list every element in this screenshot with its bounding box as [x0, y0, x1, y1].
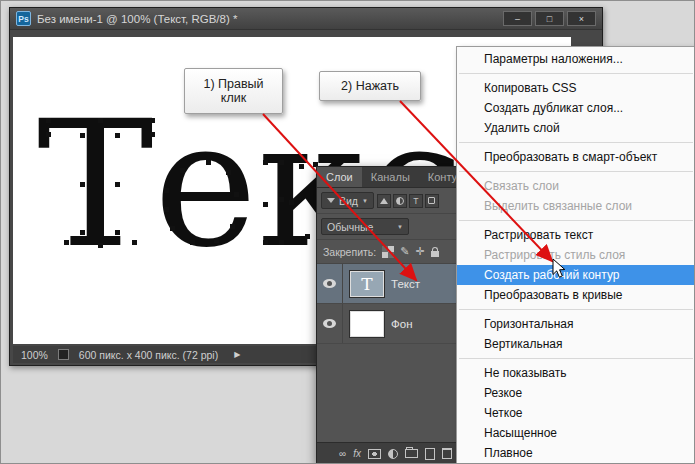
layer-group-icon[interactable] — [405, 449, 418, 458]
adjustment-layer-icon[interactable] — [388, 449, 398, 459]
layers-panel-tabs: СлоиКаналыКонтуры — [317, 167, 460, 188]
layer-visibility-toggle[interactable] — [317, 264, 343, 303]
menu-item[interactable]: Преобразовать в кривые — [457, 285, 695, 305]
screenshot-root: Ps Без имени-1 @ 100% (Текст, RGB/8) * –… — [0, 0, 695, 464]
menu-item: Выделить связанные слои — [457, 196, 695, 216]
layer-style-icon[interactable]: fx — [353, 449, 361, 459]
tab-layers[interactable]: Слои — [317, 167, 362, 187]
mountain-icon — [380, 198, 388, 204]
layers-panel: СлоиКаналыКонтуры Вид ▼ T Обычные ▼ Закр… — [316, 166, 461, 464]
maximize-button[interactable]: □ — [535, 11, 564, 26]
layers-panel-footer: ∞ fx — [317, 442, 460, 464]
menu-separator — [459, 73, 693, 74]
lock-label: Закрепить: — [323, 246, 376, 258]
menu-item[interactable]: Горизонтальная — [457, 314, 695, 334]
filter-pixel-layers-icon[interactable] — [377, 194, 391, 208]
menu-item[interactable]: Плавное — [457, 443, 695, 463]
lock-pixels-brush-icon[interactable]: ✎ — [400, 246, 409, 257]
context-menu: Параметры наложения...Копировать CSSСозд… — [456, 46, 695, 464]
menu-item[interactable]: Создать рабочий контур — [457, 265, 695, 285]
half-circle-icon — [396, 197, 404, 205]
menu-separator — [459, 171, 693, 172]
minimize-button[interactable]: – — [503, 11, 532, 26]
layer-mask-icon[interactable] — [368, 449, 381, 459]
filter-label: Вид — [339, 195, 358, 207]
filter-adjustment-layers-icon[interactable] — [393, 194, 407, 208]
blend-mode-dropdown[interactable]: Обычные ▼ — [321, 218, 409, 235]
menu-separator — [459, 358, 693, 359]
window-title: Без имени-1 @ 100% (Текст, RGB/8) * — [37, 13, 497, 25]
lock-transparency-icon[interactable] — [382, 246, 394, 258]
menu-item[interactable]: Резкое — [457, 383, 695, 403]
filter-funnel-icon — [327, 198, 335, 203]
blend-mode-row: Обычные ▼ — [317, 214, 460, 240]
tab-channels[interactable]: Каналы — [362, 167, 419, 187]
lock-row: Закрепить: ✎ ✛ — [317, 240, 460, 264]
layers-list: TТекстФон — [317, 264, 460, 344]
menu-item[interactable]: Четкое — [457, 403, 695, 423]
menu-item[interactable]: Насыщенное — [457, 423, 695, 443]
lock-all-icon[interactable] — [431, 251, 439, 257]
zoom-level[interactable]: 100% — [21, 349, 48, 361]
layer-row[interactable]: TТекст — [317, 264, 460, 304]
eye-icon — [323, 279, 336, 288]
lock-position-move-icon[interactable]: ✛ — [415, 246, 424, 257]
status-thumbnail-icon — [58, 349, 69, 360]
layer-visibility-toggle[interactable] — [317, 304, 343, 343]
filter-shape-layers-icon[interactable] — [425, 194, 439, 208]
link-layers-icon[interactable]: ∞ — [339, 449, 346, 459]
window-controls: – □ × — [503, 11, 596, 26]
menu-separator — [459, 142, 693, 143]
close-button[interactable]: × — [567, 11, 596, 26]
layer-row[interactable]: Фон — [317, 304, 460, 344]
new-layer-icon[interactable] — [425, 448, 435, 460]
callout-press: 2) Нажать — [319, 71, 421, 101]
menu-item[interactable]: Растрировать текст — [457, 225, 695, 245]
photoshop-app-icon: Ps — [16, 11, 31, 26]
square-icon — [428, 197, 435, 204]
layer-name: Фон — [391, 318, 413, 330]
delete-layer-icon[interactable] — [442, 448, 452, 459]
status-menu-arrow-icon[interactable]: ▶ — [234, 350, 240, 359]
menu-item: Растрировать стиль слоя — [457, 245, 695, 265]
menu-item[interactable]: Вертикальная — [457, 334, 695, 354]
menu-item[interactable]: Параметры наложения... — [457, 49, 695, 69]
menu-item[interactable]: Удалить слой — [457, 118, 695, 138]
filter-type-buttons: T — [377, 194, 439, 208]
layer-filter-row: Вид ▼ T — [317, 188, 460, 214]
document-size-text: 600 пикс. x 400 пикс. (72 ppi) — [79, 349, 218, 361]
menu-item: Связать слои — [457, 176, 695, 196]
filter-type-layers-icon[interactable]: T — [409, 194, 423, 208]
blend-mode-value: Обычные — [327, 221, 373, 233]
layer-thumbnail[interactable]: T — [350, 271, 384, 297]
callout-right-click: 1) Правый клик — [184, 68, 283, 114]
menu-item[interactable]: Не показывать — [457, 363, 695, 383]
menu-item[interactable]: Создать дубликат слоя... — [457, 98, 695, 118]
menu-item[interactable]: Копировать CSS — [457, 78, 695, 98]
menu-item[interactable]: Преобразовать в смарт-объект — [457, 147, 695, 167]
window-titlebar: Ps Без имени-1 @ 100% (Текст, RGB/8) * –… — [10, 8, 602, 30]
chevron-down-icon: ▼ — [362, 198, 368, 204]
menu-separator — [459, 220, 693, 221]
layer-thumbnail[interactable] — [350, 311, 384, 337]
layer-filter-dropdown[interactable]: Вид ▼ — [321, 192, 374, 209]
menu-separator — [459, 309, 693, 310]
eye-icon — [323, 319, 336, 328]
layer-name: Текст — [391, 278, 420, 290]
chevron-down-icon: ▼ — [397, 224, 403, 230]
